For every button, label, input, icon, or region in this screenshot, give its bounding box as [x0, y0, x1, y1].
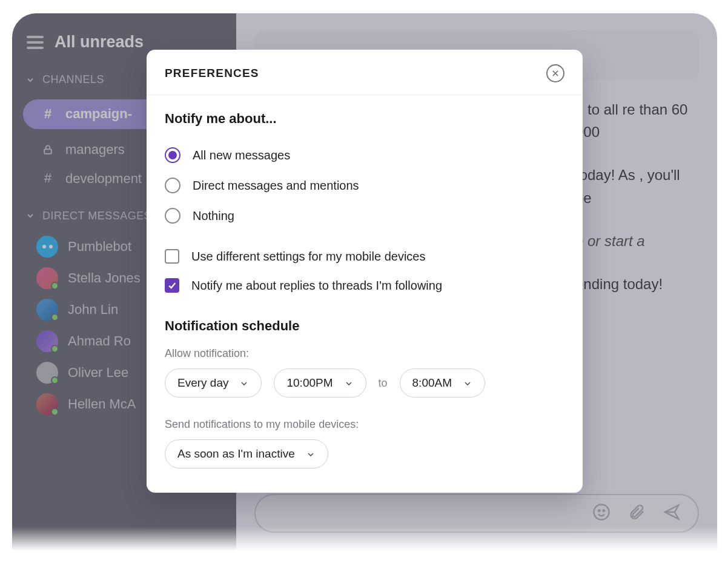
notify-heading: Notify me about...	[165, 111, 564, 127]
chevron-down-icon	[344, 378, 354, 388]
modal-title: PREFERENCES	[165, 67, 259, 80]
time-to-select[interactable]: 8:00AM	[400, 368, 485, 398]
frequency-select[interactable]: Every day	[165, 368, 262, 398]
chevron-down-icon	[463, 378, 472, 388]
close-button[interactable]	[546, 64, 564, 82]
checkbox-option[interactable]: Notify me about replies to threads I'm f…	[165, 271, 564, 300]
to-label: to	[379, 377, 388, 390]
chevron-down-icon	[306, 449, 316, 459]
checkbox-icon	[165, 278, 179, 293]
radio-option[interactable]: All new messages	[165, 140, 564, 170]
allow-notification-label: Allow notification:	[165, 347, 564, 360]
radio-option[interactable]: Direct messages and mentions	[165, 170, 564, 201]
mobile-notify-label: Send notifications to my mobile devices:	[165, 418, 564, 431]
mobile-notify-select[interactable]: As soon as I'm inactive	[165, 439, 328, 468]
checkbox-option[interactable]: Use different settings for my mobile dev…	[165, 242, 564, 271]
preferences-modal: PREFERENCES Notify me about... All new m…	[147, 50, 583, 493]
radio-icon	[165, 208, 180, 224]
chevron-down-icon	[239, 378, 249, 388]
radio-icon	[165, 147, 180, 163]
checkbox-icon	[165, 249, 179, 264]
radio-icon	[165, 178, 180, 193]
schedule-heading: Notification schedule	[165, 318, 564, 334]
time-from-select[interactable]: 10:00PM	[274, 368, 366, 398]
radio-option[interactable]: Nothing	[165, 201, 564, 231]
